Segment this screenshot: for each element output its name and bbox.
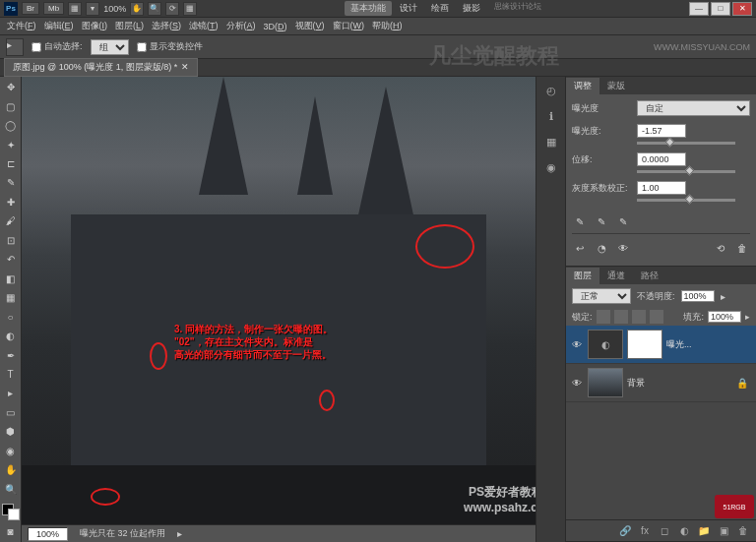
tab-adjustments[interactable]: 调整 [566,78,599,94]
window-close[interactable]: ✕ [732,2,752,16]
link-icon[interactable]: 🔗 [618,524,632,538]
adj-return-icon[interactable]: ↩ [572,240,588,256]
canvas[interactable]: 3. 同样的方法，制作一张欠曝的图。 "02"，存在主文件夹内。标准是 高光的部… [22,77,565,524]
eyedropper-gray-icon[interactable]: ✎ [594,213,609,229]
layer-mask-thumb[interactable] [627,330,662,359]
stamp-tool[interactable]: ⊡ [2,232,20,249]
eraser-tool[interactable]: ◧ [2,271,20,287]
color-swatches[interactable] [2,504,20,520]
new-layer-icon[interactable]: ▣ [717,524,730,538]
adj-reset-icon[interactable]: ⟲ [713,240,728,256]
brush-tool[interactable]: 🖌 [2,212,20,229]
heal-tool[interactable]: ✚ [2,194,20,211]
menu-3d[interactable]: 3D(D) [261,20,290,33]
type-tool[interactable]: T [2,366,20,383]
adj-delete-icon[interactable]: 🗑 [734,240,750,256]
path-select-tool[interactable]: ▸ [2,385,20,401]
3d-camera-tool[interactable]: ◉ [2,443,20,459]
status-chevron-icon[interactable]: ▸ [177,528,182,539]
exposure-slider[interactable] [637,142,735,145]
minibridge-button[interactable]: Mb [43,2,64,15]
eyedropper-tool[interactable]: ✎ [2,174,20,191]
auto-select-checkbox[interactable]: 自动选择: [32,40,83,53]
shape-tool[interactable]: ▭ [2,404,20,421]
lock-pixels-icon[interactable] [614,310,628,324]
menu-help[interactable]: 帮助(H) [369,18,406,34]
zoom-icon[interactable]: 🔍 [148,2,161,16]
show-transform-checkbox[interactable]: 显示变换控件 [137,40,203,53]
eyedropper-white-icon[interactable]: ✎ [615,213,631,229]
fx-icon[interactable]: fx [638,524,652,538]
visibility-icon[interactable]: 👁 [570,337,584,351]
window-maximize[interactable]: □ [711,2,730,16]
background-color[interactable] [8,509,20,520]
blend-mode-select[interactable]: 正常 [572,288,631,304]
arrange-icon[interactable]: ▾ [86,2,99,16]
layer-thumb[interactable] [588,368,623,397]
delete-icon[interactable]: 🗑 [736,524,750,538]
color-icon[interactable]: ◉ [541,157,561,177]
group-icon[interactable]: 📁 [697,524,711,538]
menu-analysis[interactable]: 分析(A) [223,18,259,34]
gradient-tool[interactable]: ▦ [2,289,20,306]
opacity-input[interactable] [681,290,715,302]
ws-tab-photo[interactable]: 摄影 [457,1,486,16]
chevron-icon[interactable]: ▸ [745,312,750,322]
hand-tool[interactable]: ✋ [2,461,20,478]
menu-window[interactable]: 窗口(W) [330,18,368,34]
quick-mask-tool[interactable]: ◙ [2,522,20,539]
mask-icon[interactable]: ◻ [658,524,671,538]
layer-name[interactable]: 曝光... [666,338,692,351]
dodge-tool[interactable]: ◐ [2,328,20,344]
lock-all-icon[interactable] [650,310,663,324]
gamma-slider[interactable] [637,199,735,202]
fill-input[interactable] [708,311,741,323]
adj-view-icon[interactable]: 👁 [615,240,631,256]
menu-layer[interactable]: 图层(L) [112,18,147,34]
lock-transparency-icon[interactable] [597,310,610,324]
menu-select[interactable]: 选择(S) [149,18,184,34]
layer-row[interactable]: 👁 背景 🔒 [566,364,756,402]
menu-filter[interactable]: 滤镜(T) [186,18,221,34]
menu-image[interactable]: 图像(I) [79,18,111,34]
adj-clip-icon[interactable]: ◔ [594,240,609,256]
ws-tab-painting[interactable]: 绘画 [425,1,455,16]
crop-tool[interactable]: ⊏ [2,155,20,172]
tab-layers[interactable]: 图层 [566,268,599,284]
offset-slider[interactable] [637,170,735,173]
status-zoom[interactable]: 100% [28,527,68,541]
menu-file[interactable]: 文件(F) [4,18,39,34]
adjustment-layer-thumb[interactable]: ◐ [588,330,623,359]
layer-name[interactable]: 背景 [627,377,645,390]
ws-tab-design[interactable]: 设计 [394,1,423,16]
tab-channels[interactable]: 通道 [599,268,633,284]
screen-mode-icon[interactable]: ▦ [68,2,82,16]
swatches-icon[interactable]: ▦ [541,132,561,151]
3d-tool[interactable]: ⬢ [2,423,20,440]
adjustment-icon[interactable]: ◐ [677,524,691,538]
wand-tool[interactable]: ✦ [2,136,20,152]
auto-select-mode[interactable]: 组 [91,39,129,55]
gamma-input[interactable] [637,181,686,195]
info-icon[interactable]: ℹ [541,106,561,126]
eyedropper-black-icon[interactable]: ✎ [572,213,588,229]
offset-input[interactable] [637,152,686,166]
chevron-icon[interactable]: ▸ [721,291,725,302]
window-minimize[interactable]: — [689,2,709,16]
zoom-tool[interactable]: 🔍 [2,481,20,498]
exposure-input[interactable] [637,124,686,138]
rotate-icon[interactable]: ⟳ [165,2,179,16]
visibility-icon[interactable]: 👁 [570,376,584,390]
ws-tab-essentials[interactable]: 基本功能 [345,1,392,16]
extras-icon[interactable]: ▦ [183,2,197,16]
close-icon[interactable]: ✕ [181,62,189,72]
tab-masks[interactable]: 蒙版 [599,78,633,94]
blur-tool[interactable]: ○ [2,308,20,325]
marquee-tool[interactable]: ▢ [2,97,20,114]
lasso-tool[interactable]: ◯ [2,117,20,134]
move-tool[interactable]: ✥ [2,79,20,95]
history-brush-tool[interactable]: ↶ [2,251,20,268]
menu-edit[interactable]: 编辑(E) [41,18,77,34]
pen-tool[interactable]: ✒ [2,346,20,363]
menu-view[interactable]: 视图(V) [292,18,328,34]
